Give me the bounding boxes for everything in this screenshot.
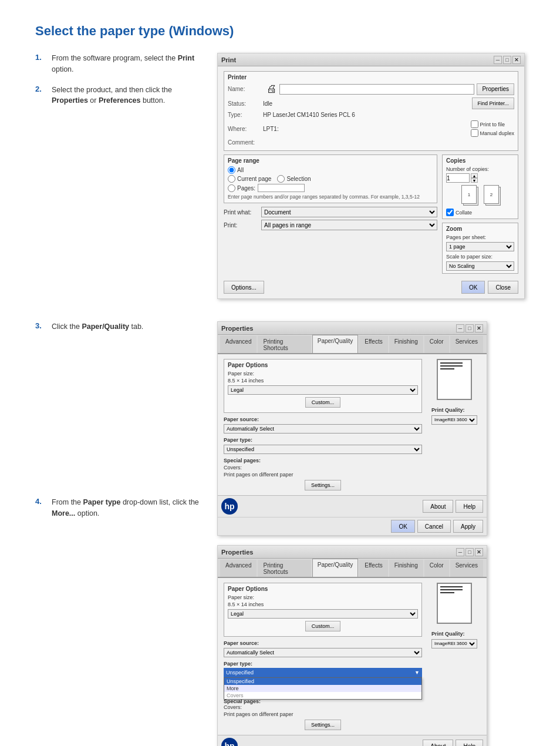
pq-dialog-2-title: Properties [221,549,253,556]
num-copies-label: Number of copies: [446,166,514,172]
step-4: 4. From the Paper type drop-down list, c… [35,497,205,519]
settings-button-1[interactable]: Settings... [305,480,341,490]
pq1-cancel-btn[interactable]: Cancel [417,520,451,533]
print-quality-select-1[interactable]: ImageREt 3600 [431,415,477,425]
comment-row: Comment: [228,139,514,146]
tab2-effects[interactable]: Effects [359,560,387,577]
pq-dialog-2-action-btns: About Help [423,740,483,746]
help-button-2[interactable]: Help [456,740,483,746]
tab2-printing-shortcuts[interactable]: Printing Shortcuts [258,560,311,577]
paper-line-3 [440,368,454,369]
pq1-ok-btn[interactable]: OK [391,520,414,533]
pages-input[interactable] [258,184,305,192]
print-quality-select-2[interactable]: ImageREt 3600 [431,639,477,648]
properties-button[interactable]: Properties [477,83,514,95]
print-dialog-screenshot: Print ─ □ ✕ Printer Name: 🖨 [217,53,525,310]
options-button[interactable]: Options... [224,281,264,294]
pq1-minimize-btn[interactable]: ─ [456,324,464,332]
paper-type-dropdown-header[interactable]: Unspecified ▼ [224,668,422,677]
comment-label: Comment: [228,139,263,146]
pq2-minimize-btn[interactable]: ─ [456,548,464,556]
printer-section-label: Printer [228,74,514,80]
print-row: Print: All pages in range [224,220,437,230]
paper-size-label: Paper size: [228,371,418,377]
about-button-1[interactable]: About [423,500,453,513]
pq-dialog-1-titlebar-btns: ─ □ ✕ [456,324,483,332]
tab-printing-shortcuts[interactable]: Printing Shortcuts [258,336,311,353]
print-what-select[interactable]: Document [261,207,437,217]
tab-advanced[interactable]: Advanced [220,336,257,353]
custom-button[interactable]: Custom... [305,397,341,408]
printer-name-field[interactable] [279,84,474,95]
paper-line-2-1 [440,586,463,587]
minimize-btn[interactable]: ─ [494,56,502,64]
tab-paper-quality[interactable]: Paper/Quality [312,335,359,353]
tab2-services[interactable]: Services [450,560,483,577]
pq2-close-btn[interactable]: ✕ [475,548,483,556]
covers-value: Print pages on different paper [224,472,422,478]
legal-select[interactable]: Legal [228,385,418,395]
step-4-bold2: More... [52,509,75,518]
step-3-number: 3. [35,321,48,330]
ok-button[interactable]: OK [461,281,485,294]
pages-radio[interactable] [228,184,235,192]
manual-duplex-checkbox[interactable] [471,129,478,137]
find-printer-button[interactable]: Find Printer... [472,98,514,109]
custom-button-2[interactable]: Custom... [305,621,341,631]
pages-per-sheet-select[interactable]: 1 page [446,242,514,251]
dropdown-item-more[interactable]: More [224,685,421,692]
print-quality-label: Print Quality: [431,407,477,413]
settings-button-2[interactable]: Settings... [305,720,341,730]
close-btn[interactable]: ✕ [512,56,521,64]
pq-print-quality-section: Print Quality: ImageREt 3600 [431,407,477,425]
pq1-maximize-btn[interactable]: □ [465,324,474,332]
close-button[interactable]: Close [488,281,518,294]
paper-source-label: Paper source: [224,416,422,422]
selection-radio[interactable] [277,175,285,183]
pq2-maximize-btn[interactable]: □ [465,548,474,556]
step-4-text: From the Paper type drop-down list, clic… [52,497,205,519]
covers-label: Covers: [224,465,422,471]
copies-down-btn[interactable]: ▼ [471,178,478,183]
settings-btn-row: Settings... [224,480,422,490]
tab2-color[interactable]: Color [424,560,449,577]
copies-input[interactable] [446,173,470,183]
paper-line-2 [440,365,463,367]
scale-select[interactable]: No Scaling [446,261,514,271]
paper-source-select-2[interactable]: Automatically Select [224,648,422,657]
legal-select-2[interactable]: Legal [228,609,418,619]
dropdown-item-unspecified[interactable]: Unspecified [224,678,421,685]
tab2-finishing[interactable]: Finishing [389,560,423,577]
pq1-close-btn[interactable]: ✕ [475,324,483,332]
print-to-file-checkbox[interactable] [471,120,478,128]
tab2-paper-quality[interactable]: Paper/Quality [312,559,359,577]
tab-services[interactable]: Services [450,336,483,353]
dropdown-item-covers[interactable]: Covers [224,692,421,699]
copies-up-btn[interactable]: ▲ [471,173,478,178]
page-title: Select the paper type (Windows) [35,23,525,39]
current-page-radio[interactable] [228,175,235,183]
current-page-radio-row: Current page [228,175,271,183]
pq1-apply-btn[interactable]: Apply [453,520,483,533]
pq-dialog-1-block: Properties ─ □ ✕ Advanced Printing Short… [217,321,487,536]
paper-type-select-1[interactable]: Unspecified [224,445,422,454]
help-button-1[interactable]: Help [456,500,483,513]
tab-finishing[interactable]: Finishing [389,336,423,353]
dropdown-arrow-icon: ▼ [414,670,420,676]
print-select[interactable]: All pages in range [261,220,437,230]
about-button-2[interactable]: About [423,740,453,746]
covers-label-2: Covers: [224,704,422,710]
tab-effects[interactable]: Effects [359,336,387,353]
tab-color[interactable]: Color [424,336,449,353]
paper-options-label: Paper Options [228,362,418,368]
maximize-btn[interactable]: □ [503,56,511,64]
collate-checkbox[interactable] [446,209,454,216]
paper-type-dropdown-container: Unspecified ▼ Unspecified More Covers [224,668,422,677]
paper-line-2-3 [440,592,454,593]
paper-source-select[interactable]: Automatically Select [224,424,422,434]
tab2-advanced[interactable]: Advanced [220,560,257,577]
all-radio[interactable] [228,166,235,174]
print-what-row: Print what: Document [224,207,437,217]
collate-row: Collate [446,209,514,216]
current-selection-row: Current page Selection [228,175,433,184]
